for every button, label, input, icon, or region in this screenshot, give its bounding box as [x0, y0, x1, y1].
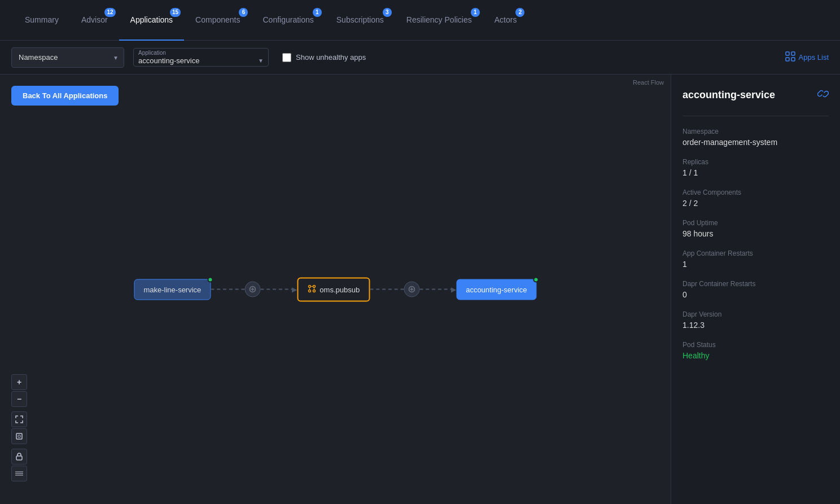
detail-pod-status: Pod Status Healthy [683, 341, 829, 360]
flow-connector-2: ▶ [370, 282, 456, 297]
side-panel: accounting-service Namespace order-manag… [671, 74, 840, 504]
node-label-make-line-service: make-line-service [143, 285, 201, 293]
svg-rect-0 [786, 52, 789, 55]
detail-value-namespace: order-management-system [683, 138, 829, 147]
svg-rect-2 [786, 58, 789, 61]
connector-circle-2[interactable] [404, 282, 419, 297]
nav-item-configurations[interactable]: Configurations 1 [251, 0, 325, 41]
svg-rect-19 [16, 456, 22, 460]
nav-label-components: Components [195, 15, 240, 24]
application-select-arrow: ▼ [258, 58, 264, 64]
side-panel-header: accounting-service [683, 88, 829, 102]
side-panel-divider [683, 116, 829, 116]
connector-circle-1[interactable] [244, 282, 260, 297]
detail-label-app-container-restarts: App Container Restarts [683, 249, 829, 257]
detail-pod-uptime: Pod Uptime 98 hours [683, 219, 829, 238]
apps-list-button[interactable]: Apps List [785, 51, 829, 64]
dashed-line-2 [370, 289, 404, 290]
nav-item-components[interactable]: Components 6 [184, 0, 251, 41]
show-unhealthy-label: Show unhealthy apps [296, 53, 366, 62]
flow-node-make-line-service[interactable]: make-line-service [134, 279, 211, 300]
fullscreen-button[interactable] [11, 428, 27, 444]
detail-value-replicas: 1 / 1 [683, 168, 829, 177]
nav-label-configurations: Configurations [262, 15, 313, 24]
nav-label-advisor: Advisor [81, 15, 108, 24]
dashed-line-2b [419, 289, 453, 290]
detail-active-components: Active Components 2 / 2 [683, 189, 829, 208]
nav-item-applications[interactable]: Applications 15 [119, 0, 185, 41]
detail-value-active-components: 2 / 2 [683, 199, 829, 208]
nav-label-applications: Applications [130, 15, 173, 24]
badge-actors: 2 [515, 8, 524, 17]
detail-value-pod-uptime: 98 hours [683, 229, 829, 238]
flow-diagram: make-line-service ▶ [134, 277, 536, 301]
node-label-oms-pubsub: oms.pubsub [320, 285, 360, 293]
zoom-in-button[interactable]: + [11, 374, 27, 390]
svg-rect-18 [18, 435, 20, 437]
apps-list-icon [785, 51, 795, 64]
svg-point-10 [313, 290, 315, 292]
node-dot-accounting-service [533, 277, 539, 282]
side-panel-title: accounting-service [683, 89, 775, 101]
application-select-wrap: Application accounting-service ▼ [133, 48, 269, 67]
application-select[interactable]: accounting-service [138, 56, 256, 65]
badge-resiliency-policies: 1 [471, 8, 480, 17]
flow-area: React Flow Back To All Applications make… [0, 74, 671, 504]
namespace-select[interactable]: Namespace [11, 47, 124, 68]
flow-connector-1: ▶ [211, 282, 297, 297]
detail-label-active-components: Active Components [683, 189, 829, 196]
detail-label-pod-status: Pod Status [683, 341, 829, 349]
detail-value-dapr-container-restarts: 0 [683, 290, 829, 299]
svg-rect-17 [16, 433, 22, 439]
nav-item-resiliency-policies[interactable]: Resiliency Policies 1 [395, 0, 483, 41]
toolbar: Namespace ▼ Application accounting-servi… [0, 41, 840, 74]
detail-app-container-restarts: App Container Restarts 1 [683, 249, 829, 269]
detail-namespace: Namespace order-management-system [683, 128, 829, 147]
nav-item-summary[interactable]: Summary [14, 0, 70, 41]
apps-list-label: Apps List [799, 53, 829, 62]
lock-button[interactable] [11, 449, 27, 464]
back-to-applications-button[interactable]: Back To All Applications [11, 86, 119, 106]
top-navigation: Summary Advisor 12 Applications 15 Compo… [0, 0, 840, 41]
minimap-button[interactable] [11, 466, 27, 481]
badge-applications: 15 [170, 8, 181, 17]
badge-components: 6 [239, 8, 248, 17]
nav-label-actors: Actors [495, 15, 517, 24]
detail-dapr-container-restarts: Dapr Container Restarts 0 [683, 280, 829, 299]
nav-label-subscriptions: Subscriptions [336, 15, 384, 24]
ctrl-separator-2 [11, 445, 27, 448]
svg-point-8 [313, 285, 315, 287]
link-icon[interactable] [817, 88, 829, 102]
badge-advisor: 12 [104, 8, 115, 17]
arrow-2: ▶ [451, 286, 456, 293]
detail-dapr-version: Dapr Version 1.12.3 [683, 310, 829, 330]
detail-value-app-container-restarts: 1 [683, 260, 829, 269]
fit-view-button[interactable] [11, 411, 27, 427]
detail-label-replicas: Replicas [683, 158, 829, 166]
node-label-accounting-service: accounting-service [466, 285, 527, 293]
nav-item-advisor[interactable]: Advisor 12 [70, 0, 119, 41]
detail-value-dapr-version: 1.12.3 [683, 321, 829, 330]
show-unhealthy-checkbox[interactable] [282, 53, 291, 62]
arrow-1: ▶ [292, 286, 297, 293]
svg-point-7 [308, 285, 310, 287]
detail-label-namespace: Namespace [683, 128, 829, 135]
application-select-inner: accounting-service ▼ [138, 56, 264, 65]
nav-label-resiliency-policies: Resiliency Policies [406, 15, 472, 24]
ctrl-separator-1 [11, 408, 27, 410]
svg-rect-3 [791, 58, 795, 61]
nav-item-subscriptions[interactable]: Subscriptions 3 [325, 0, 395, 41]
nav-item-actors[interactable]: Actors 2 [483, 0, 528, 41]
detail-label-dapr-version: Dapr Version [683, 310, 829, 318]
detail-replicas: Replicas 1 / 1 [683, 158, 829, 177]
zoom-out-button[interactable]: − [11, 391, 27, 407]
badge-subscriptions: 3 [383, 8, 392, 17]
pubsub-icon [307, 284, 316, 295]
dashed-line-1 [211, 289, 244, 290]
application-label: Application [138, 50, 264, 56]
svg-rect-1 [791, 52, 795, 55]
flow-node-oms-pubsub[interactable]: oms.pubsub [297, 277, 370, 301]
show-unhealthy-checkbox-wrap[interactable]: Show unhealthy apps [282, 53, 366, 62]
flow-node-accounting-service[interactable]: accounting-service [456, 279, 536, 300]
namespace-select-wrap: Namespace ▼ [11, 47, 124, 68]
